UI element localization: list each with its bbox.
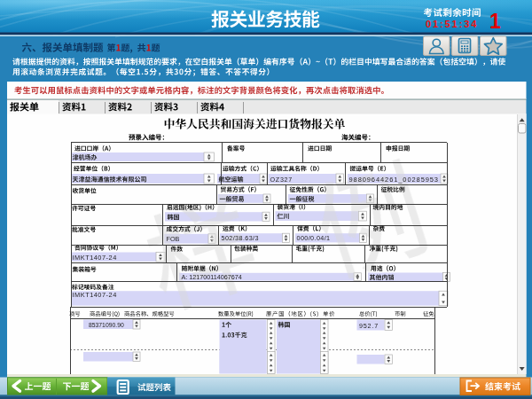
svg-text:FOB: FOB [167, 235, 180, 243]
svg-text:98809644261_00285953: 98809644261_00285953 [349, 176, 439, 184]
svg-text:1: 1 [489, 10, 501, 33]
svg-text:85371090.90: 85371090.90 [89, 322, 124, 328]
svg-text:01:51:34: 01:51:34 [426, 19, 478, 29]
svg-text:IMKT1407-24: IMKT1407-24 [73, 254, 117, 262]
svg-text:952.7: 952.7 [359, 322, 379, 330]
svg-text:IMKT1407-24: IMKT1407-24 [73, 291, 117, 299]
svg-text:OZ327: OZ327 [270, 176, 293, 184]
svg-text:000/0.04/1: 000/0.04/1 [297, 234, 331, 242]
svg-text:A: 121700114067674: A: 121700114067674 [182, 273, 242, 281]
svg-text:502/38.63/3: 502/38.63/3 [222, 234, 259, 242]
